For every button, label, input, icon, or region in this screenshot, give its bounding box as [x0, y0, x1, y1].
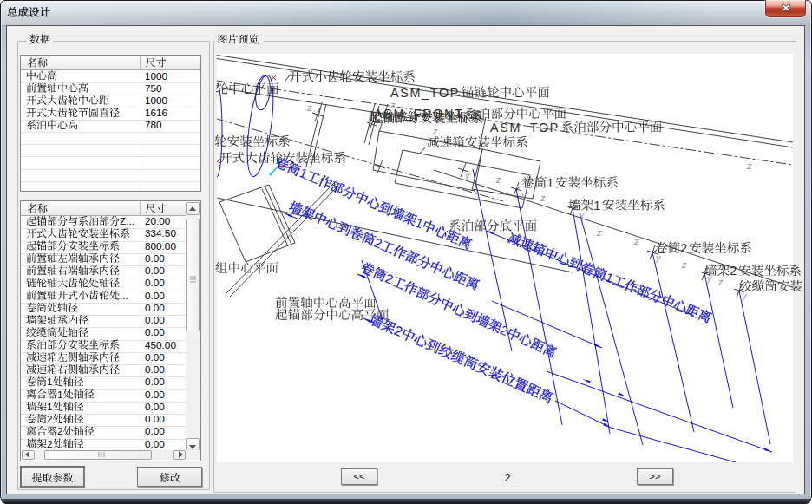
svg-text:450.00: 450.00: [145, 339, 176, 350]
svg-text:2: 2: [47, 438, 53, 449]
svg-text:2: 2: [57, 425, 63, 436]
svg-text:y: y: [741, 291, 748, 301]
svg-text:334.50: 334.50: [145, 227, 176, 239]
svg-text:1000: 1000: [145, 95, 168, 106]
svg-text:0.00: 0.00: [145, 277, 165, 288]
svg-text:z: z: [540, 193, 546, 203]
svg-text:z: z: [633, 236, 639, 246]
svg-text:1: 1: [593, 199, 602, 213]
svg-text:2: 2: [392, 323, 405, 339]
svg-text:y: y: [655, 252, 662, 263]
svg-text:2: 2: [47, 413, 53, 424]
svg-text:z: z: [717, 277, 724, 287]
svg-text:1: 1: [47, 401, 53, 412]
svg-text:2: 2: [730, 264, 738, 278]
svg-text:0.00: 0.00: [145, 401, 165, 412]
svg-text:z: z: [596, 227, 602, 238]
svg-text:y: y: [464, 170, 471, 180]
svg-text:ASM_TOP: ASM_TOP: [390, 86, 460, 100]
svg-text:0.00: 0.00: [145, 326, 165, 337]
svg-text:z: z: [306, 102, 312, 113]
svg-text:1: 1: [57, 389, 63, 400]
svg-text:z: z: [432, 126, 438, 136]
svg-text:0.00: 0.00: [145, 413, 165, 424]
svg-text:0.00: 0.00: [145, 363, 165, 375]
svg-text:2: 2: [372, 236, 384, 252]
svg-text:y: y: [579, 209, 586, 219]
svg-text:0.00: 0.00: [145, 438, 165, 449]
svg-text:1: 1: [47, 376, 53, 387]
svg-text:20.00: 20.00: [145, 215, 171, 226]
svg-text:z: z: [495, 174, 501, 185]
svg-text:0.00: 0.00: [145, 252, 165, 264]
svg-text:780: 780: [145, 119, 162, 130]
svg-text:0.00: 0.00: [145, 265, 165, 276]
svg-text:0.00: 0.00: [145, 376, 165, 387]
svg-text:z: z: [681, 259, 687, 270]
svg-text:800.00: 800.00: [145, 240, 176, 252]
svg-text:750: 750: [145, 82, 162, 94]
svg-text:0.00: 0.00: [145, 290, 165, 301]
svg-text:1: 1: [604, 270, 616, 285]
svg-text:0.00: 0.00: [145, 302, 165, 313]
svg-text:2: 2: [680, 241, 689, 255]
svg-text:0.00: 0.00: [145, 351, 165, 363]
svg-text:Z...: Z...: [120, 215, 134, 226]
svg-text:1: 1: [547, 176, 555, 190]
svg-text:1: 1: [413, 215, 425, 231]
svg-text:0.00: 0.00: [145, 314, 165, 325]
svg-text:2: 2: [383, 272, 395, 287]
svg-text:1: 1: [298, 166, 310, 181]
svg-text:0.00: 0.00: [145, 425, 165, 436]
svg-text:1000: 1000: [145, 70, 168, 82]
svg-text:1616: 1616: [145, 107, 168, 118]
svg-text:...: ...: [120, 290, 128, 301]
svg-text:ASM_TOP: ASM_TOP: [490, 121, 560, 134]
svg-text:0.00: 0.00: [145, 389, 165, 400]
svg-text:z: z: [746, 160, 752, 171]
